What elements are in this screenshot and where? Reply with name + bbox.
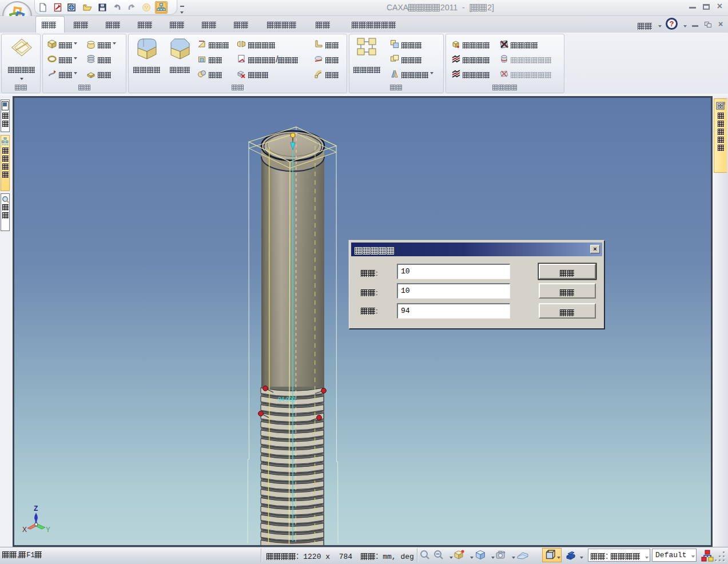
svg-text:94.000: 94.000 xyxy=(278,396,296,403)
svg-text:Z: Z xyxy=(34,505,38,513)
svg-text:Y: Y xyxy=(46,526,50,534)
svg-text:X: X xyxy=(22,526,27,534)
